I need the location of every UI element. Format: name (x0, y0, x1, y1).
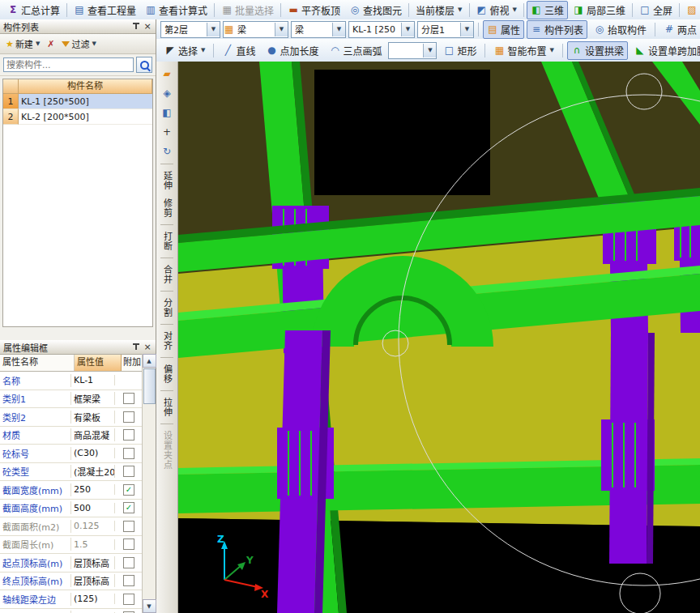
new-component-button[interactable]: ★ 新建 ▼ (3, 36, 42, 52)
set-haunch-button[interactable]: ◣ 设置单跨加腋 (630, 41, 700, 60)
component-combo[interactable]: KL-1 [250 ▼ (348, 21, 415, 38)
point-length-button[interactable]: ● 点加长度 (262, 41, 322, 60)
properties-toggle[interactable]: ▤ 属性 (483, 20, 524, 39)
viewport-3d[interactable]: Z Y X (178, 62, 700, 613)
pick-component-button[interactable]: ◎ 抬取构件 (590, 20, 651, 39)
line-tool-button[interactable]: ╱ 直线 (218, 41, 259, 60)
view-direction-dropdown[interactable]: ◩ 俯视 ▼ (472, 1, 521, 19)
stretch-button[interactable]: 拉伸 (161, 394, 173, 420)
property-row[interactable]: 截面面积(m2) 0.125 (0, 517, 143, 536)
extra-checkbox[interactable] (123, 448, 134, 459)
move-button[interactable]: + (157, 123, 177, 141)
close-icon[interactable]: × (143, 343, 152, 351)
property-scrollbar[interactable]: ▲ ▼ (142, 354, 156, 613)
partial-3d-button[interactable]: ◨ 局部三维 (569, 1, 630, 19)
delete-component-button[interactable]: ✗ (45, 37, 57, 51)
element-type-combo[interactable]: 梁 ▼ (291, 21, 346, 38)
property-value[interactable]: (125) (71, 594, 115, 604)
property-row[interactable]: 名称 KL-1 (0, 372, 143, 390)
trim-button[interactable]: 修剪 (161, 195, 173, 221)
pin-icon[interactable] (131, 22, 140, 31)
scroll-up-icon[interactable]: ▲ (143, 354, 156, 368)
extra-checkbox-checked[interactable]: ✓ (123, 502, 134, 513)
chevron-down-icon[interactable]: ▼ (401, 23, 414, 36)
view-formula-button[interactable]: ▥ 查看计算式 (141, 1, 211, 19)
property-value[interactable]: (C30) (71, 448, 115, 458)
extra-checkbox[interactable] (123, 466, 134, 477)
clipped-toolbar-button[interactable]: ▨ (682, 2, 700, 18)
property-value[interactable]: 500 (71, 503, 115, 513)
set-arch-beam-button[interactable]: ∩ 设置拱梁 (567, 41, 628, 60)
extra-checkbox[interactable] (123, 429, 134, 441)
property-row[interactable]: 终点顶标高(m) 层顶标高 (0, 573, 143, 591)
property-value[interactable]: 层顶标高 (71, 574, 115, 587)
property-row[interactable]: 砖胎膜厚度(mm 0 (0, 609, 143, 613)
property-value[interactable]: (混凝土20 (71, 465, 115, 478)
select-tool-dropdown[interactable]: ◤ 选择 ▼ (160, 41, 209, 60)
property-row[interactable]: 砼标号 (C30) (0, 445, 143, 463)
scroll-thumb[interactable] (143, 368, 156, 404)
category-combo[interactable]: ▦ 梁 ▼ (223, 21, 288, 38)
merge-button[interactable]: 合并 (161, 262, 173, 287)
filter-button[interactable]: 过滤 ▼ (59, 36, 98, 52)
property-value[interactable]: 有梁板 (71, 411, 115, 424)
search-button[interactable] (136, 57, 152, 73)
scroll-down-icon[interactable]: ▼ (143, 599, 156, 613)
three-point-arc-button[interactable]: ◠ 三点画弧 (325, 41, 386, 60)
split-button[interactable]: 分割 (161, 295, 173, 321)
component-row-selected[interactable]: 1 KL-1 [250*500] (3, 94, 152, 109)
extend-button[interactable]: 延伸 (161, 168, 173, 194)
component-row[interactable]: 2 KL-2 [200*500] (3, 109, 152, 125)
extra-checkbox-checked[interactable]: ✓ (123, 484, 134, 496)
property-row[interactable]: 截面宽度(mm) 250 ✓ (0, 481, 143, 500)
rectangle-tool-button[interactable]: □ 矩形 (439, 41, 480, 60)
property-value[interactable]: 商品混凝 (71, 428, 115, 441)
property-value[interactable]: 250 (71, 484, 115, 495)
match-select-button[interactable]: ◈ (157, 84, 177, 102)
view-3d-button[interactable]: ◧ 三维 (527, 1, 568, 19)
floor-select-combo[interactable]: 第2层 ▼ (160, 21, 220, 38)
search-input[interactable] (3, 57, 134, 72)
batch-select-button[interactable]: ▦ 批量选择 (217, 1, 278, 19)
break-button[interactable]: 打断 (161, 228, 173, 254)
pin-icon[interactable] (131, 343, 140, 351)
format-brush-button[interactable]: ▰ (157, 65, 177, 83)
extra-checkbox[interactable] (123, 594, 134, 605)
set-grip-button[interactable]: 设置夹点 (161, 428, 173, 473)
offset-button[interactable]: 偏移 (161, 361, 173, 387)
extra-checkbox[interactable] (123, 557, 134, 568)
chevron-down-icon[interactable]: ▼ (460, 23, 473, 36)
chevron-down-icon[interactable]: ▼ (332, 23, 345, 36)
align-slab-top-button[interactable]: ▬ 平齐板顶 (284, 1, 344, 19)
chevron-down-icon[interactable]: ▼ (423, 44, 436, 57)
fullscreen-button[interactable]: □ 全屏 (635, 1, 677, 19)
extra-checkbox[interactable] (123, 575, 134, 586)
property-value[interactable]: 框架梁 (71, 392, 115, 405)
smart-layout-dropdown[interactable]: ▦ 智能布置 ▼ (489, 41, 557, 60)
close-icon[interactable]: × (143, 22, 152, 31)
chevron-down-icon[interactable]: ▼ (275, 23, 288, 36)
chevron-down-icon[interactable]: ▼ (207, 23, 220, 36)
property-value[interactable]: 层顶标高 (71, 556, 115, 569)
arc-mode-combo[interactable]: ▼ (388, 42, 437, 59)
property-row[interactable]: 类别2 有梁板 (0, 408, 143, 427)
property-row[interactable]: 类别1 框架梁 (0, 390, 143, 409)
property-value[interactable]: KL-1 (71, 375, 115, 385)
extra-checkbox[interactable] (123, 393, 134, 404)
component-list-toggle[interactable]: ≡ 构件列表 (527, 20, 587, 39)
rotate-button[interactable]: ↻ (157, 143, 177, 160)
property-row[interactable]: 起点顶标高(m) 层顶标高 (0, 554, 143, 573)
extra-checkbox[interactable] (123, 411, 134, 423)
extra-checkbox[interactable] (123, 539, 134, 550)
two-point-button[interactable]: # 两点 (659, 20, 700, 39)
find-element-button[interactable]: ◎ 查找图元 (345, 1, 406, 19)
align-button[interactable]: 对齐 (161, 328, 173, 354)
summary-calc-button[interactable]: Σ 汇总计算 (3, 1, 64, 19)
property-row[interactable]: 截面高度(mm) 500 ✓ (0, 500, 143, 518)
current-floor-dropdown[interactable]: 当前楼层 ▼ (412, 1, 466, 19)
extra-checkbox[interactable] (123, 521, 134, 532)
property-row[interactable]: 截面周长(m) 1.5 (0, 536, 143, 555)
view-quantities-button[interactable]: ▤ 查看工程量 (70, 1, 140, 19)
property-row[interactable]: 砼类型 (混凝土20 (0, 463, 143, 482)
layer-combo[interactable]: 分层1 ▼ (417, 21, 474, 38)
